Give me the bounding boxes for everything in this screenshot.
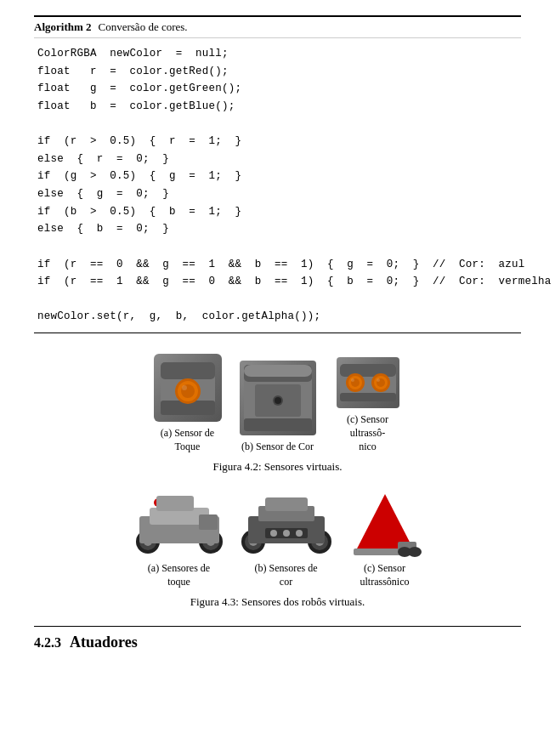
figure-42-item-a: (a) Sensor de Toque [150,354,226,453]
sensor-toque-image [154,354,222,422]
figure-42: (a) Sensor de Toque [34,354,521,474]
sensor-toque-svg [154,354,222,422]
figure-42-item-b: (b) Sensor de Cor [240,361,316,454]
figure-43-caption: Figura 4.3: Sensores dos robôs virtuais. [34,595,521,609]
figure-43-caption-a: (a) Sensores de toque [141,562,218,588]
figure-42-caption-c: (c) Sensor ultrassô-nico [330,413,406,453]
algorithm-label-normal: Conversão de cores. [99,20,188,34]
svg-point-23 [351,378,354,382]
svg-rect-49 [265,497,308,511]
svg-rect-36 [156,496,194,511]
robot-ultrassonico-image [347,491,423,557]
sensor-cor-image [240,361,316,435]
svg-point-54 [408,547,422,557]
section-title: Atuadores [70,634,138,651]
svg-point-46 [270,530,277,537]
svg-rect-9 [244,365,312,377]
svg-rect-16 [340,393,396,401]
robot-toque-svg [133,491,226,557]
svg-point-13 [275,397,281,404]
svg-rect-15 [340,364,396,377]
figure-43-item-b: (b) Sensores de cor [240,491,333,588]
robot-ultrassonico-svg [347,491,423,557]
svg-point-48 [296,530,303,537]
figure-42-caption-a: (a) Sensor de Toque [150,427,226,453]
figure-43-caption-c: (c) Sensor ultrassônico [347,562,423,588]
robot-toque-image [133,491,226,557]
algorithm-code: ColorRGBA newColor = null; float r = col… [34,38,521,333]
figure-43-item-c: (c) Sensor ultrassônico [347,491,423,588]
algorithm-header: Algorithm 2 Conversão de cores. [34,17,521,38]
figure-43: (a) Sensores de toque [34,491,521,609]
svg-rect-33 [199,514,218,530]
sensor-cor-svg [240,361,316,435]
svg-point-47 [283,530,290,537]
figure-43-images-row: (a) Sensores de toque [34,491,521,588]
figure-42-images-row: (a) Sensor de Toque [34,354,521,453]
figure-42-item-c: (c) Sensor ultrassô-nico [330,357,406,453]
sensor-ultrassonico-svg [337,357,399,408]
section-number: 4.2.3 [34,635,61,651]
robot-cor-svg [240,491,333,557]
figure-42-caption: Figura 4.2: Sensores virtuais. [34,460,521,474]
section-heading: 4.2.3 Atuadores [34,626,521,651]
algorithm-label-bold: Algorithm 2 [34,20,92,34]
svg-point-24 [377,378,380,382]
figure-43-item-a: (a) Sensores de toque [133,491,226,588]
svg-point-6 [182,385,187,390]
sensor-ultrassonico-image [337,357,399,408]
svg-rect-1 [161,362,215,379]
robot-cor-image [240,491,333,557]
figure-42-caption-b: (b) Sensor de Cor [241,441,314,454]
figure-43-caption-b: (b) Sensores de cor [248,562,325,588]
svg-rect-10 [244,418,312,431]
algorithm-box: Algorithm 2 Conversão de cores. ColorRGB… [34,15,521,333]
